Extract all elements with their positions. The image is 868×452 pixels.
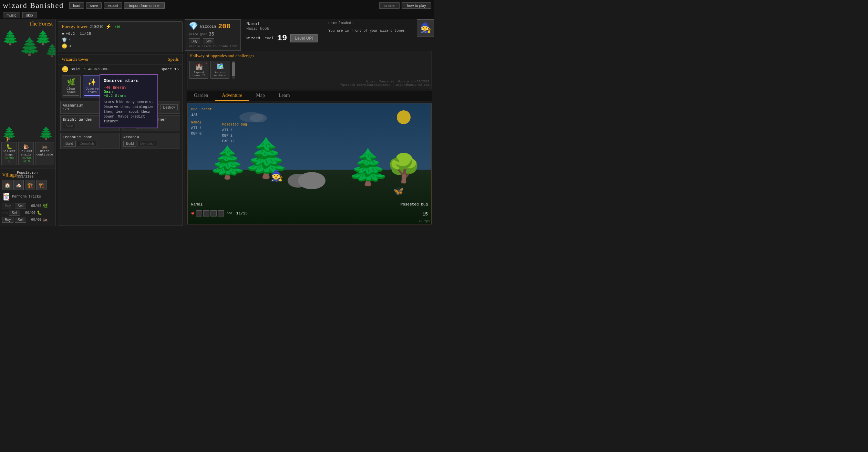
- tab-garden[interactable]: Garden: [187, 91, 215, 101]
- skip-button[interactable]: skip: [22, 12, 37, 18]
- export-button[interactable]: export: [104, 2, 122, 9]
- right-panel: 💎 Wizcoin 208 price gold 35 Buy Sell mid…: [185, 19, 434, 226]
- clear-space-label: Clear space: [63, 87, 79, 94]
- lightning-icon: ⚡: [105, 24, 111, 30]
- clear-space-spell[interactable]: 🌿 Clear space: [62, 76, 81, 98]
- price-label: price gold: [189, 33, 207, 36]
- hallway-scroll-thumb: [232, 62, 235, 76]
- tab-learn[interactable]: Learn: [272, 91, 297, 101]
- area-name: Bug Forest: [191, 107, 212, 112]
- centipede-label: Hatchcentipede: [36, 150, 53, 157]
- how-to-play-button[interactable]: how to play: [402, 2, 431, 9]
- forest-section: The Forest 🌲 🌲 🌲 🌲 🌲 🌲 🚶 Walk 🐛 Col: [0, 19, 55, 169]
- trade-count-2: 90/90: [22, 211, 35, 215]
- centipede-icon: 🦗: [36, 144, 53, 150]
- wizcoin-gem-icon: 💎: [189, 22, 198, 31]
- enemy-att: ATT 4: [222, 128, 247, 133]
- buy-button-2: [2, 212, 8, 214]
- wizcoin-value: 208: [218, 22, 230, 30]
- level-up-button[interactable]: Level UP!: [290, 34, 317, 42]
- stars-val: 4: [69, 38, 71, 42]
- rock-2: [298, 172, 326, 189]
- shield-icon: 🛡️: [62, 37, 67, 43]
- hallway-item-astro[interactable]: 🗺️ Astro-mathics: [210, 61, 229, 79]
- hallway-scrollbar[interactable]: [232, 61, 235, 79]
- enemy-name-bottom: Posested bug: [401, 202, 428, 207]
- gold-label: Gold: [71, 67, 80, 71]
- top-bar: wizard Banished load save export import …: [0, 0, 434, 11]
- hp-box-3: [210, 210, 217, 217]
- stat-row-stars: 🛡️ 4: [62, 37, 179, 43]
- population-value: 353/1100: [17, 175, 33, 179]
- gold-bonus: +1: [82, 68, 86, 71]
- clear-space-icon: 🌿: [63, 78, 79, 87]
- perform-icon: 🃏: [2, 192, 11, 201]
- perform-label: Perform tricks: [12, 195, 41, 199]
- animarium-name: Animarium: [63, 103, 83, 108]
- hallway-title: Hallway of upgrades and challenges: [189, 53, 430, 59]
- buy-button-3[interactable]: Buy: [2, 217, 13, 223]
- adventure-area: 🌲 🌲 🌲 🌳 🧙 🦋 Bug Forest 1/8 Namol ATT 4 D…: [187, 103, 432, 224]
- sell-button-2[interactable]: Sell: [9, 210, 20, 216]
- hallway-items: ✕ 🏰 Expandtower II 🗺️ Astro-mathics: [189, 61, 229, 79]
- tab-map[interactable]: Map: [249, 91, 272, 101]
- close-expand-tower-icon[interactable]: ✕: [206, 61, 207, 65]
- energy-cap: 11/25: [80, 32, 91, 36]
- sell-button-3[interactable]: Sell: [15, 217, 26, 223]
- arcania-name: Arcania: [123, 135, 178, 139]
- hatch-centipede-item[interactable]: 🦗 Hatchcentipede: [35, 142, 54, 165]
- energy-val: 210/210: [90, 24, 103, 29]
- stat-row-heart: ❤️ +0.2 11/25: [62, 31, 179, 37]
- trade-count-1: 65/65: [28, 204, 41, 208]
- building-4: 🏗️: [36, 180, 46, 190]
- wizard-tower-section: Wizard's tower Spells 🪙 Gold +1 4086/800…: [58, 54, 183, 226]
- wizcoin-buy-button[interactable]: Buy: [189, 38, 200, 44]
- price-value: 35: [209, 32, 214, 37]
- sell-button-1[interactable]: Sell: [15, 203, 26, 209]
- online-button[interactable]: online: [379, 2, 400, 9]
- observe-stars-icon: ✨: [84, 78, 100, 87]
- enemy-name-display: Posested bug: [222, 122, 247, 128]
- tab-adventure[interactable]: Adventure: [215, 91, 249, 101]
- perform-item[interactable]: 🃏 Perform tricks: [2, 192, 53, 201]
- adv-tree-4: 🌳: [386, 152, 421, 186]
- tree-icon-1: 🌲: [2, 30, 19, 47]
- coin-icon-tower: 🪙: [62, 43, 67, 49]
- astro-icon: 🗺️: [212, 62, 228, 70]
- tooltip-gain-label: Gain:: [104, 90, 154, 94]
- collect-snails-item[interactable]: 🐌 Collectsnails 60/60 +0.5: [18, 142, 34, 165]
- treasure-room-build-button[interactable]: Build: [63, 141, 76, 147]
- hallway-scroll-wrapper: ✕ 🏰 Expandtower II 🗺️ Astro-mathics: [189, 61, 430, 79]
- hp-box-1: [196, 210, 202, 217]
- import-online-button[interactable]: import from online: [124, 2, 165, 9]
- treasure-room-demolish-button: Demolish: [77, 141, 97, 147]
- wizcoin-sell-button[interactable]: Sell: [203, 38, 214, 44]
- observe-stars-spell[interactable]: ✨ Observe stars: [83, 76, 102, 98]
- update-note: Wizard Banished. Update 14/02/2022 faceb…: [189, 80, 430, 87]
- hallway-item-expand-tower[interactable]: ✕ 🏰 Expandtower II: [189, 61, 208, 79]
- arcania-demolish-button: Demolish: [137, 141, 157, 147]
- bug-enemy: 🦋: [393, 186, 404, 196]
- energy-bonus: +16: [115, 25, 120, 29]
- player-att: ATT 4: [191, 125, 212, 131]
- building-3: 🏗️: [25, 180, 35, 190]
- load-button[interactable]: load: [69, 2, 84, 9]
- gold-row: 🪙 Gold +1 4086/8000 Space 15: [58, 64, 182, 74]
- tooltip-gain-value: +0.2 Stars: [104, 94, 154, 98]
- tooltip-cost: -40 Energy: [104, 86, 154, 90]
- main-area: The Forest 🌲 🌲 🌲 🌲 🌲 🌲 🚶 Walk 🐛 Col: [0, 19, 434, 226]
- trade-icon-3: 🦗: [43, 217, 48, 222]
- animarium-count: 1/3: [63, 108, 83, 111]
- wizard-level-value: 19: [277, 33, 287, 43]
- player-def: DEF 0: [191, 131, 212, 137]
- save-button[interactable]: save: [86, 2, 102, 9]
- right-panel-top: 💎 Wizcoin 208 price gold 35 Buy Sell mid…: [185, 19, 434, 51]
- treasure-room-buttons: Build Demolish: [63, 141, 117, 147]
- hp-boxes: [196, 210, 224, 217]
- animarium-destroy-button[interactable]: Destroy: [161, 104, 178, 110]
- space-label: Space 15: [161, 67, 179, 71]
- music-button[interactable]: music: [3, 12, 20, 18]
- collect-bugs-item[interactable]: 🐛 Collectbugs 90/90 +1: [1, 142, 17, 165]
- arcania-build-button[interactable]: Build: [123, 141, 136, 147]
- snails-icon: 🐌: [19, 144, 33, 150]
